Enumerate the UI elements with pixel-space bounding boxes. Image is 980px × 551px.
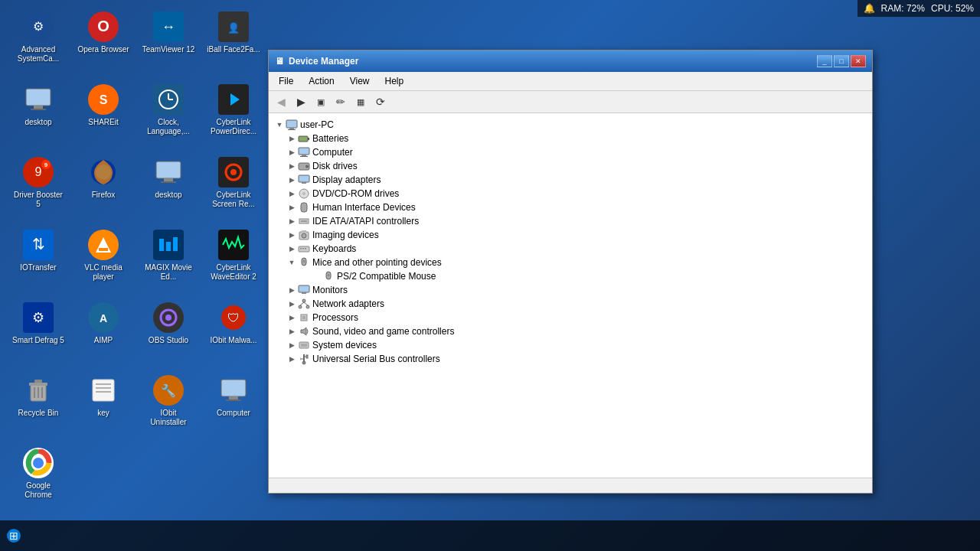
network-toggle[interactable]: ▶ [286,298,298,310]
svg-point-101 [306,305,309,308]
ps2mouse-icon [322,270,335,282]
tree-item-usb[interactable]: ▶ Universal Serial Bus controllers [286,352,867,366]
svg-rect-38 [166,242,171,251]
icon-driver-booster[interactable]: 99 Driver Booster 5 [8,153,69,222]
svg-point-67 [34,458,43,468]
menu-file[interactable]: File [272,73,300,89]
display-toggle[interactable]: ▶ [286,174,298,186]
icon-cyberlink-screenre[interactable]: CyberLink Screen Re... [203,153,264,222]
window-content[interactable]: ▼ user-PC ▶ Batteries [269,113,872,478]
icon-computer[interactable]: Computer [203,371,264,440]
batteries-toggle[interactable]: ▶ [286,132,298,145]
ide-toggle[interactable]: ▶ [286,215,298,227]
diskdrives-toggle[interactable]: ▶ [286,160,298,172]
dvd-toggle[interactable]: ▶ [286,187,298,200]
svg-rect-79 [302,182,306,184]
keyboards-toggle[interactable]: ▶ [286,243,298,255]
tree-item-ide[interactable]: ▶ IDE ATA/ATAPI controllers [286,214,867,228]
maximize-button[interactable]: □ [834,55,849,67]
icon-iotransfer[interactable]: ⇅ IOTransfer [8,226,69,295]
tree-item-display[interactable]: ▶ Display adapters [286,173,867,187]
imaging-icon [298,229,310,241]
icon-aimp[interactable]: A AIMP [73,298,134,367]
icon-label-opera: Opera Browser [77,45,129,54]
menu-view[interactable]: View [343,73,377,89]
toolbar-properties[interactable]: ✏ [332,93,350,111]
tree-item-dvd[interactable]: ▶ DVD/CD-ROM drives [286,187,867,201]
sound-label: Sound, video and game controllers [312,326,454,337]
toolbar-forward[interactable]: ▶ [292,93,310,111]
tree-item-keyboards[interactable]: ▶ Keyboards [286,242,867,256]
processors-toggle[interactable]: ▶ [286,311,298,324]
icon-label-driver-booster: Driver Booster 5 [11,191,65,209]
computer-label: Computer [312,147,353,158]
tree-root[interactable]: ▼ user-PC [273,118,867,132]
tree-item-hid[interactable]: ▶ Human Interface Devices [286,201,867,214]
toolbar-refresh[interactable]: ⟳ [371,93,390,111]
start-button[interactable]: ⊞ [0,522,28,549]
icon-firefox[interactable]: Firefox [73,153,134,222]
mice-toggle[interactable]: ▼ [286,256,298,269]
system-toggle[interactable]: ▶ [286,339,298,351]
batteries-label: Batteries [312,133,348,144]
tree-item-mice[interactable]: ▼ Mice and other pointing devices [286,256,867,269]
tree-item-ps2mouse[interactable]: ▶ PS/2 Compatible Mouse [310,269,867,283]
minimize-button[interactable]: _ [817,55,832,67]
hid-toggle[interactable]: ▶ [286,201,298,214]
tree-item-batteries[interactable]: ▶ Batteries [286,132,867,145]
imaging-toggle[interactable]: ▶ [286,229,298,241]
close-button[interactable]: ✕ [851,55,866,67]
toolbar-view1[interactable]: ▣ [312,93,330,111]
icon-cyberlink-waveeditor[interactable]: CyberLink WaveEditor 2 [203,226,264,295]
icon-desktop-1[interactable]: desktop [8,80,69,149]
icon-recycle-bin[interactable]: Recycle Bin [8,371,69,440]
usb-icon [298,353,310,365]
processors-icon [298,311,310,324]
icon-magix-movieed[interactable]: MAGIX Movie Ed... [138,226,199,295]
tree-item-network[interactable]: ▶ Network adapters [286,297,867,311]
icon-vlc[interactable]: VLC media player [73,226,134,295]
tree-item-monitors[interactable]: ▶ Monitors [286,283,867,297]
icon-label-iobit-uninstaller: IObit Uninstaller [142,409,195,427]
menu-action[interactable]: Action [302,73,341,89]
icon-advanced-systemcare[interactable]: ⚙ Advanced SystemCa... [8,8,69,77]
icon-key[interactable]: key [73,371,134,440]
svg-point-77 [305,165,309,168]
monitors-toggle[interactable]: ▶ [286,284,298,296]
dvd-label: DVD/CD-ROM drives [312,188,399,199]
icon-label-desktop-2: desktop [155,191,181,200]
tree-item-processors[interactable]: ▶ Processors [286,311,867,324]
tree-item-sound[interactable]: ▶ Sound, video and game controllers [286,324,867,338]
icon-shareit[interactable]: S SHAREit [73,80,134,149]
computer-tree-icon [298,146,310,158]
icon-label-desktop-1: desktop [24,118,51,127]
icon-iobit-uninstaller[interactable]: 🔧 IObit Uninstaller [138,371,199,440]
svg-point-81 [302,192,305,195]
icon-smart-defrag[interactable]: ⚙ Smart Defrag 5 [8,298,69,367]
icon-teamviewer[interactable]: ↔ TeamViewer 12 [138,8,199,77]
icon-google-chrome[interactable]: Google Chrome [8,444,69,513]
usb-toggle[interactable]: ▶ [286,353,298,365]
icon-cyberlink-powerdirect[interactable]: CyberLink PowerDirec... [203,80,264,149]
computer-toggle[interactable]: ▶ [286,146,298,158]
icon-iobit-malware[interactable]: 🛡 IObit Malwa... [203,298,264,367]
tree-item-diskdrives[interactable]: ▶ Disk drives [286,159,867,173]
icon-label-cyberlink-waveeditor: CyberLink WaveEditor 2 [207,263,260,282]
sound-toggle[interactable]: ▶ [286,325,298,337]
icon-opera[interactable]: O Opera Browser [73,8,134,77]
svg-rect-75 [300,156,308,157]
tree-item-system[interactable]: ▶ System devices [286,338,867,352]
icon-desktop-2[interactable]: desktop [138,153,199,222]
root-toggle[interactable]: ▼ [273,119,286,131]
tree-item-computer[interactable]: ▶ Computer [286,145,867,159]
icon-iball[interactable]: 👤 iBall Face2Fa... [203,8,264,77]
svg-text:O: O [97,18,109,34]
menu-help[interactable]: Help [378,73,411,89]
tree-item-imaging[interactable]: ▶ Imaging devices [286,228,867,242]
svg-rect-108 [301,344,307,347]
icon-obs-studio[interactable]: OBS Studio [138,298,199,367]
toolbar-view2[interactable]: ▦ [351,93,370,111]
toolbar-back[interactable]: ◀ [272,93,290,111]
keyboards-label: Keyboards [312,243,356,254]
icon-clock-language[interactable]: Clock, Language,... [138,80,199,149]
